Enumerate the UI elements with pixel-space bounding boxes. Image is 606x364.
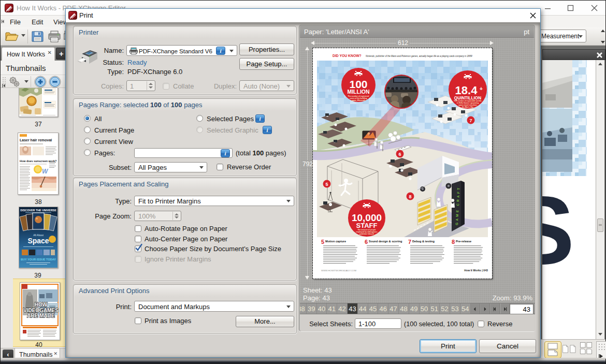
gear-options-icon[interactable] [8,76,21,88]
open-file-button[interactable] [5,30,20,42]
dock-collapse-icon[interactable] [2,83,6,88]
strip-page-39[interactable]: 39 [307,303,317,314]
strip-page-40[interactable]: 40 [317,303,327,314]
document-tab[interactable]: How It Works ✕ [2,47,55,61]
print-dialog-close-icon[interactable] [529,11,537,20]
range-all-radio[interactable] [84,115,91,122]
strip-page-50[interactable]: 50 [420,303,430,314]
thumbnail-number-37[interactable]: 37 [19,121,58,128]
thumbnails-bottom-tab-close-icon[interactable]: ✕ [53,351,57,356]
menu-file[interactable]: File [7,17,24,27]
strip-page-53[interactable]: 53 [450,303,460,314]
strip-page-38[interactable]: 38 [300,303,307,314]
printer-status-label: Status: [74,59,124,66]
copies-spinner[interactable]: 1 [126,80,155,91]
panel-expand-button[interactable] [596,341,606,359]
print-button-toolbar[interactable] [47,30,62,43]
collate-checkbox[interactable] [163,83,169,90]
strip-page-45[interactable]: 45 [368,303,379,314]
zoom-in-button[interactable] [34,75,48,89]
placement-type-value: Fit to Printer Margins [138,197,201,205]
thumbnail-number-39[interactable]: 39 [18,272,57,279]
pages-input[interactable]: i [134,148,233,158]
sheet-info: Sheet: 43 [303,286,332,294]
reverse-checkbox[interactable] [478,321,484,327]
choose-paper-checkbox[interactable] [135,245,141,252]
thumbnail-number-38[interactable]: 38 [19,198,58,206]
toolbar-overflow-down-icon[interactable] [600,40,605,45]
cancel-button[interactable]: Cancel [479,339,536,353]
maximize-button[interactable] [559,1,582,16]
range-selected-pages-radio[interactable] [196,115,203,122]
auto-rotate-checkbox[interactable] [135,225,141,232]
print-as-images-checkbox[interactable] [135,317,141,324]
range-current-page-radio[interactable] [84,126,91,133]
strip-page-input[interactable]: 43 [510,304,533,314]
toolbar-overflow-up-icon[interactable] [600,29,605,33]
ignore-margins-checkbox[interactable] [135,256,141,263]
pages-info-icon[interactable]: i [221,149,230,157]
strip-page-52[interactable]: 52 [440,303,450,314]
thumbnail-page-40[interactable]: HOW VIDEOGAMES ARE MADE [20,282,60,340]
duplex-combo[interactable]: Auto (None) [239,80,294,91]
open-file-dropdown-icon[interactable] [21,34,26,37]
strip-page-51[interactable]: 51 [429,303,440,314]
strip-page-41[interactable]: 41 [327,303,337,314]
layout-grid-icon[interactable] [580,342,595,357]
copies-spin-icons[interactable] [147,81,154,90]
properties-button[interactable]: Properties... [239,43,294,55]
save-button[interactable] [31,30,45,43]
page-zoom-spinner[interactable]: 100% [134,211,181,221]
range-selected-graphic-radio[interactable] [196,126,203,133]
selected-info-label: (100 selected, 100 total) [404,321,474,328]
printer-info-icon[interactable]: i [216,47,225,55]
app-logo-icon [5,4,13,12]
strip-page-54[interactable]: 54 [460,303,471,314]
scroll-down-icon[interactable] [597,331,604,338]
scrollbar-thumb[interactable] [597,219,603,232]
more-button[interactable]: More... [236,316,294,327]
strip-last-button[interactable] [501,303,510,314]
advanced-print-combo[interactable]: Document and Markups [134,301,294,312]
strip-page-43[interactable]: 43 [348,303,358,314]
strip-first-button[interactable] [490,303,500,314]
select-sheets-input[interactable]: 1-100 [355,318,401,329]
gear-dropdown-icon[interactable] [24,80,29,83]
thumbnail-number-40[interactable]: 40 [19,341,59,348]
document-scrollbar[interactable] [596,60,604,339]
print-button[interactable]: Print [420,339,477,353]
strip-page-47[interactable]: 47 [388,303,399,314]
strip-page-49[interactable]: 49 [409,303,420,314]
layout-single-page-icon[interactable] [562,344,580,355]
document-page[interactable]: S [542,60,596,339]
page-zoom-spin-icons[interactable] [172,212,180,220]
document-tab-close-icon[interactable]: ✕ [48,50,52,55]
close-button[interactable] [583,1,605,16]
range-current-page-label: Current Page [94,126,134,134]
thumbnail-page-37[interactable] [19,88,58,117]
thumbnail-page-38[interactable]: Laser hair removal How does sunscreen wo… [18,133,59,195]
menu-edit[interactable]: Edit [28,17,46,27]
strip-page-46[interactable]: 46 [378,303,388,314]
reverse-order-checkbox[interactable] [217,164,223,170]
strip-next-button[interactable] [481,303,490,314]
zoom-out-button[interactable] [48,75,62,89]
placement-type-combo[interactable]: Fit to Printer Margins [134,196,294,206]
printer-name-combo[interactable]: PDF-XChange Standard V6 i [126,45,237,56]
strip-page-48[interactable]: 48 [399,303,409,314]
auto-center-checkbox[interactable] [135,236,141,242]
strip-page-42[interactable]: 42 [337,303,348,314]
strip-prev-button[interactable] [471,303,480,314]
page-setup-button[interactable]: Page Setup... [239,58,294,70]
selected-graphic-info-icon[interactable]: i [263,126,272,134]
range-pages-radio[interactable] [84,149,91,156]
strip-page-44[interactable]: 44 [358,303,368,314]
subset-combo[interactable]: All Pages [134,162,207,172]
scroll-up-icon[interactable] [597,61,604,67]
selected-pages-info-icon[interactable]: i [255,114,265,123]
measurement-combo[interactable]: Measurement [538,30,586,42]
layout-two-pages-button[interactable] [544,341,561,358]
thumbnail-page-39[interactable]: DISCOVER THE UNIVERSE All About Space [19,207,58,268]
range-current-view-radio[interactable] [84,138,91,144]
pane-close-icon[interactable] [596,51,603,59]
